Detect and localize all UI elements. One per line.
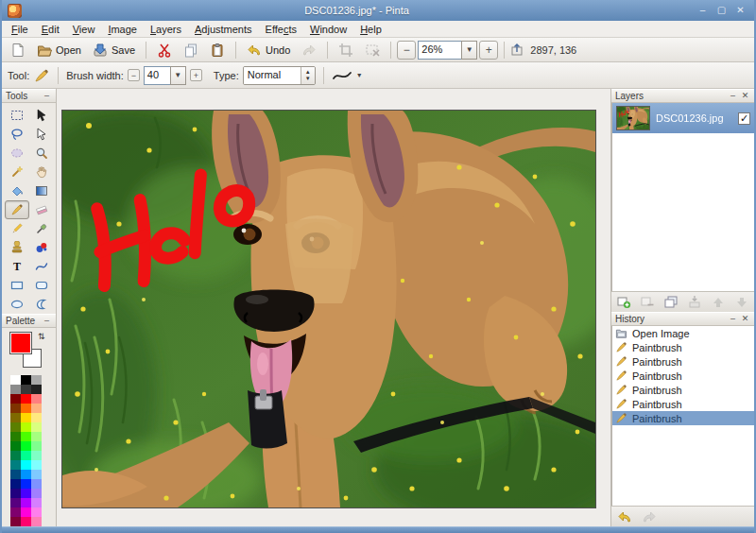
history-item[interactable]: Paintbrush [612, 369, 754, 383]
history-item[interactable]: Open Image [612, 326, 754, 340]
close-button[interactable]: ✕ [732, 4, 748, 18]
zoom-in-button[interactable]: + [479, 41, 498, 60]
palette-color[interactable] [21, 489, 31, 498]
menu-help[interactable]: Help [353, 23, 388, 36]
collapse-icon[interactable]: – [42, 316, 52, 326]
palette-color[interactable] [10, 460, 21, 470]
collapse-icon[interactable]: – [728, 91, 738, 101]
swap-colors-icon[interactable]: ⇅ [38, 332, 45, 341]
new-button[interactable] [6, 40, 30, 60]
chevron-down-icon[interactable]: ▼ [170, 66, 186, 85]
palette-color[interactable] [31, 413, 42, 422]
tool-move-selected[interactable] [29, 106, 54, 125]
menu-image[interactable]: Image [101, 23, 144, 36]
tool-rectangle[interactable] [5, 276, 29, 295]
palette-color[interactable] [10, 517, 21, 526]
palette-color[interactable] [21, 422, 31, 432]
primary-color-swatch[interactable] [9, 332, 32, 354]
tool-recolor[interactable] [29, 238, 54, 257]
crop-button[interactable] [334, 40, 358, 60]
palette-color[interactable] [10, 432, 21, 441]
menu-effects[interactable]: Effects [259, 23, 303, 36]
tool-rectangle-select[interactable] [5, 106, 29, 125]
brush-width-decrease-button[interactable]: − [128, 69, 140, 81]
history-item[interactable]: Paintbrush [612, 354, 754, 369]
paste-button[interactable] [205, 40, 230, 60]
menu-adjustments[interactable]: Adjustments [188, 23, 259, 36]
tool-pan[interactable] [29, 163, 54, 181]
palette-color[interactable] [21, 375, 31, 385]
tool-pencil[interactable] [5, 219, 29, 238]
history-item[interactable]: Paintbrush [612, 383, 754, 397]
palette-color[interactable] [31, 498, 42, 507]
tool-eraser[interactable] [29, 200, 54, 219]
palette-color[interactable] [31, 404, 42, 413]
spinner-icon[interactable]: ▲▼ [301, 67, 315, 84]
save-button[interactable]: Save [88, 40, 140, 60]
palette-color[interactable] [10, 441, 21, 451]
palette-color[interactable] [10, 470, 21, 479]
palette-color[interactable] [21, 451, 31, 460]
palette-color[interactable] [31, 385, 42, 394]
zoom-out-button[interactable]: − [397, 41, 416, 60]
zoom-input[interactable]: 26% [418, 41, 461, 60]
maximize-button[interactable]: ▢ [713, 4, 730, 18]
palette-color[interactable] [10, 507, 21, 517]
palette-color[interactable] [21, 441, 31, 451]
brush-width-increase-button[interactable]: + [190, 69, 202, 81]
palette-color[interactable] [21, 432, 31, 441]
palette-color[interactable] [21, 460, 31, 470]
history-item[interactable]: Paintbrush [612, 397, 754, 411]
palette-color[interactable] [10, 385, 21, 394]
palette-color[interactable] [31, 470, 42, 479]
palette-color[interactable] [31, 422, 42, 432]
tool-rounded-rectangle[interactable] [29, 276, 54, 295]
palette-color[interactable] [31, 507, 42, 517]
palette-color[interactable] [21, 517, 31, 526]
palette-color[interactable] [31, 479, 42, 489]
close-icon[interactable]: ✕ [740, 91, 750, 101]
palette-color[interactable] [31, 432, 42, 441]
canvas-image[interactable] [61, 110, 596, 508]
tool-line-curve[interactable] [29, 257, 54, 276]
duplicate-layer-button[interactable] [662, 294, 680, 310]
palette-color[interactable] [10, 422, 21, 432]
titlebar[interactable]: DSC01236.jpg* - Pinta – ▢ ✕ [2, 0, 754, 21]
palette-color[interactable] [10, 413, 21, 422]
tool-text[interactable]: T [5, 257, 29, 276]
palette-color[interactable] [10, 375, 21, 385]
palette-color[interactable] [31, 451, 42, 460]
current-tool-paintbrush-icon[interactable] [33, 68, 50, 83]
close-icon[interactable]: ✕ [740, 314, 750, 324]
layer-row[interactable]: DSC01236.jpg✓ [612, 103, 754, 133]
merge-layer-button[interactable] [685, 294, 703, 310]
tool-ellipse-select[interactable] [5, 144, 29, 163]
tool-gradient[interactable] [29, 181, 54, 200]
tool-lasso-select[interactable] [5, 125, 29, 144]
menu-view[interactable]: View [66, 23, 102, 36]
move-layer-up-button[interactable] [709, 294, 727, 310]
tool-clone-stamp[interactable] [5, 238, 29, 257]
stroke-style-icon[interactable] [332, 69, 352, 82]
cut-button[interactable] [152, 40, 177, 60]
palette-color[interactable] [31, 489, 42, 498]
blend-type-select[interactable]: Normal ▲▼ [243, 66, 316, 85]
chevron-down-icon[interactable]: ▼ [356, 72, 363, 78]
tool-zoom[interactable] [29, 144, 54, 163]
add-layer-button[interactable] [615, 294, 633, 310]
palette-color[interactable] [21, 404, 31, 413]
palette-color[interactable] [10, 479, 21, 489]
palette-color[interactable] [31, 517, 42, 526]
chevron-down-icon[interactable]: ▼ [461, 41, 477, 60]
move-layer-down-button[interactable] [732, 294, 750, 310]
history-item[interactable]: Paintbrush [612, 411, 754, 425]
layer-visibility-checkbox[interactable]: ✓ [738, 112, 750, 125]
palette-color[interactable] [10, 404, 21, 413]
menu-file[interactable]: File [5, 23, 35, 36]
minimize-button[interactable]: – [695, 4, 711, 18]
palette-color[interactable] [31, 441, 42, 451]
palette-color[interactable] [21, 394, 31, 404]
palette-color[interactable] [10, 498, 21, 507]
deselect-button[interactable] [360, 40, 385, 60]
palette-color[interactable] [21, 385, 31, 394]
